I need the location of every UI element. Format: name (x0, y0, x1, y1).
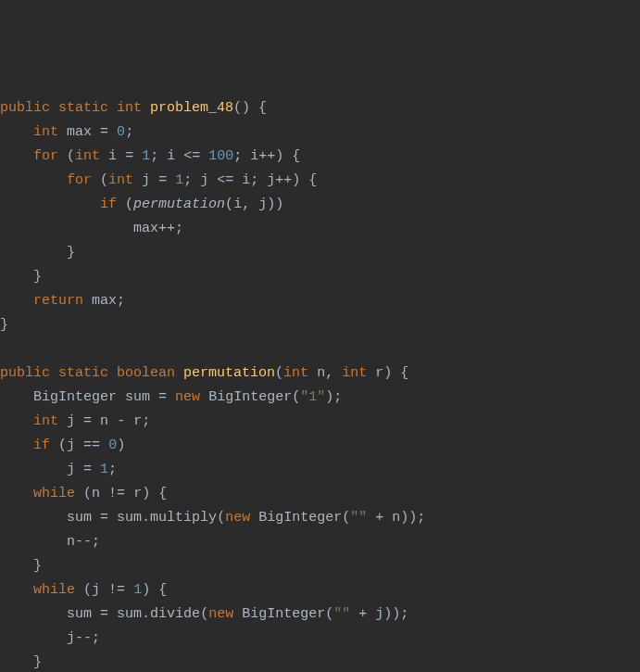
paren: () { (233, 100, 267, 116)
type-keyword: int (108, 172, 133, 188)
semi: ; (142, 413, 150, 429)
var: sum (67, 510, 92, 526)
new-keyword: new (208, 606, 233, 622)
new-keyword: new (225, 510, 250, 526)
paren: )) (267, 197, 283, 212)
op: + (375, 510, 383, 526)
stmt: max++ (133, 221, 175, 236)
paren: ( (325, 606, 333, 622)
semi: ; (92, 534, 100, 550)
arg: i (233, 197, 242, 212)
op: <= (183, 148, 200, 164)
op: == (83, 437, 100, 453)
function-call: permutation (133, 197, 225, 212)
dot: . (142, 606, 150, 622)
op: = (100, 510, 108, 526)
var: sum (117, 510, 142, 526)
code-editor[interactable]: public static int problem_48() { int max… (0, 96, 640, 672)
brace: } (67, 245, 75, 260)
var: j (142, 172, 150, 188)
number: 1 (175, 172, 183, 188)
paren: ( (217, 510, 225, 526)
var: max (67, 124, 92, 140)
function-name: problem_48 (150, 100, 233, 116)
op: - (117, 413, 125, 429)
op: = (158, 389, 167, 405)
modifiers: public static int (0, 100, 142, 116)
number: 1 (133, 582, 142, 598)
var: j (67, 437, 75, 453)
type-keyword: int (283, 365, 308, 381)
op: <= (217, 172, 233, 188)
while-keyword: while (33, 486, 75, 501)
inc: j++ (267, 172, 292, 188)
if-keyword: if (100, 197, 117, 212)
if-keyword: if (33, 437, 50, 453)
type-keyword: int (75, 148, 100, 164)
stmt: j-- (67, 630, 92, 646)
comma: , (325, 365, 333, 381)
ctor: BigInteger (208, 389, 292, 405)
var: r (133, 486, 142, 501)
var: sum (125, 389, 150, 405)
new-keyword: new (175, 389, 200, 405)
var: j (375, 606, 383, 622)
op: = (125, 148, 133, 164)
op: = (83, 462, 92, 477)
var: max (92, 293, 117, 309)
var: i (108, 148, 117, 164)
string: "" (333, 606, 350, 622)
op: = (158, 172, 167, 188)
stmt: n-- (67, 534, 92, 550)
paren: ( (342, 510, 350, 526)
number: 1 (100, 462, 108, 477)
paren: ( (125, 197, 133, 212)
paren: )) (383, 606, 400, 622)
paren: ( (100, 172, 108, 188)
op: = (100, 124, 108, 140)
semi: ; (233, 148, 242, 164)
var: i (167, 148, 175, 164)
paren: ( (67, 148, 75, 164)
arg: j (258, 197, 267, 212)
semi: ; (92, 630, 100, 646)
for-keyword: for (33, 148, 58, 164)
semi: ; (250, 172, 258, 188)
brace: } (33, 269, 42, 285)
ctor: BigInteger (258, 510, 342, 526)
type-keyword: int (33, 413, 58, 429)
number: 100 (208, 148, 233, 164)
brace: } (33, 558, 42, 574)
paren: ( (292, 389, 300, 405)
semi: ; (150, 148, 158, 164)
op: != (108, 486, 125, 501)
var: j (200, 172, 208, 188)
paren: ( (83, 486, 92, 501)
var: i (242, 172, 250, 188)
paren: ( (58, 437, 67, 453)
while-keyword: while (33, 582, 75, 598)
var: j (92, 582, 100, 598)
string: "" (350, 510, 367, 526)
return-keyword: return (33, 293, 83, 309)
paren: ( (83, 582, 92, 598)
brace: } (33, 654, 42, 670)
var: n (100, 413, 108, 429)
number: 1 (142, 148, 150, 164)
function-name: permutation (183, 365, 275, 381)
semi: ; (117, 293, 125, 309)
for-keyword: for (67, 172, 92, 188)
paren: ) (325, 389, 333, 405)
paren: ( (200, 606, 208, 622)
number: 0 (108, 437, 117, 453)
semi: ; (108, 462, 117, 477)
var: n (392, 510, 400, 526)
string: "1" (300, 389, 325, 405)
method: multiply (150, 510, 217, 526)
modifiers: public static boolean (0, 365, 175, 381)
number: 0 (117, 124, 125, 140)
inc: i++ (250, 148, 275, 164)
semi: ; (333, 389, 342, 405)
param: n (317, 365, 325, 381)
semi: ; (125, 124, 133, 140)
